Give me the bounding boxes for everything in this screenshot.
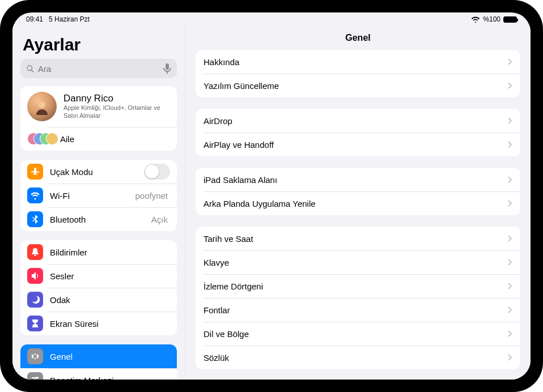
chevron-right-icon [508,354,512,361]
status-left: 09:41 5 Haziran Pzt [26,15,90,23]
search-input[interactable] [35,64,163,74]
memoji-icon [33,98,50,115]
system-card: Genel Denetim Merkezi [20,344,177,380]
row-software-update[interactable]: Yazılım Güncelleme [196,74,520,97]
gear-icon [27,348,43,364]
chevron-right-icon [508,58,512,65]
sidebar-item-airplane[interactable]: Uçak Modu [20,160,177,184]
detail-scroll[interactable]: Hakkında Yazılım Güncelleme AirDrop [185,50,531,380]
avatar [27,92,57,121]
profile-name: Danny Rico [63,93,170,104]
moon-icon [27,292,43,308]
row-language-region[interactable]: Dil ve Bölge [196,322,520,346]
row-airplay-handoff[interactable]: AirPlay ve Handoff [196,133,520,156]
group-storage: iPad Saklama Alanı Arka Planda Uygulama … [196,168,520,215]
sidebar-item-sounds[interactable]: Sesler [20,264,177,288]
chevron-right-icon [508,259,512,266]
row-date-time[interactable]: Tarih ve Saat [196,227,520,250]
sidebar-item-focus[interactable]: Odak [20,288,177,312]
group-airdrop: AirDrop AirPlay ve Handoff [196,109,520,156]
chevron-right-icon [508,306,512,313]
hourglass-icon [27,316,43,331]
row-trackpad[interactable]: İzleme Dörtgeni [196,274,520,298]
mic-icon[interactable] [163,63,171,74]
detail-title: Genel [185,25,531,50]
battery-text: %100 [483,15,500,23]
chevron-right-icon [508,235,512,242]
settings-sidebar[interactable]: Ayarlar Danny Rico Apple Kimliği, iC [12,25,185,380]
airplane-toggle[interactable] [144,164,170,180]
row-background-refresh[interactable]: Arka Planda Uygulama Yenile [196,191,520,215]
chevron-right-icon [508,141,512,148]
wifi-settings-icon [27,188,43,203]
status-bar: 09:41 5 Haziran Pzt %100 [12,12,531,25]
profile-card: Danny Rico Apple Kimliği, iCloud+, Ortam… [20,86,177,151]
sidebar-item-appleid[interactable]: Danny Rico Apple Kimliği, iCloud+, Ortam… [20,86,177,127]
search-icon [26,65,35,73]
sidebar-item-bluetooth[interactable]: Bluetooth Açık [20,207,177,231]
bluetooth-value: Açık [151,215,168,224]
bell-icon [27,244,43,260]
sidebar-item-wifi[interactable]: Wi-Fi poofynet [20,184,177,207]
family-label: Aile [60,134,170,144]
airplane-icon [27,164,43,180]
sidebar-item-screentime[interactable]: Ekran Süresi [20,312,177,335]
chevron-right-icon [508,117,512,124]
alerts-card: Bildirimler Sesler Odak [20,240,177,335]
svg-point-0 [39,101,45,108]
profile-subtitle: Apple Kimliği, iCloud+, Ortamlar ve Satı… [63,104,170,120]
screen: 09:41 5 Haziran Pzt %100 Ayarlar [12,12,531,380]
chevron-right-icon [508,200,512,207]
status-right: %100 [471,15,517,23]
chevron-right-icon [508,283,512,289]
sidebar-item-notifications[interactable]: Bildirimler [20,240,177,264]
sidebar-item-controlcenter[interactable]: Denetim Merkezi [20,368,177,380]
connectivity-card: Uçak Modu Wi-Fi poofynet [20,160,177,231]
row-about[interactable]: Hakkında [196,50,520,74]
row-dictionary[interactable]: Sözlük [196,346,520,369]
group-input: Tarih ve Saat Klavye İzleme Dörtgeni [196,227,520,369]
sidebar-item-general[interactable]: Genel [20,344,177,368]
battery-icon [503,16,517,23]
content-split: Ayarlar Danny Rico Apple Kimliği, iC [12,25,531,380]
chevron-right-icon [508,330,512,337]
detail-pane: Genel Hakkında Yazılım Güncelleme [185,25,531,380]
row-ipad-storage[interactable]: iPad Saklama Alanı [196,168,520,191]
chevron-right-icon [508,176,512,183]
svg-point-1 [36,377,38,379]
status-date: 5 Haziran Pzt [49,15,90,23]
sliders-icon [27,372,43,380]
sidebar-item-family[interactable]: Aile [20,127,177,151]
wifi-value: poofynet [135,191,168,201]
group-about: Hakkında Yazılım Güncelleme [196,50,520,97]
chevron-right-icon [508,82,512,89]
speaker-icon [27,268,43,284]
svg-point-2 [33,379,36,380]
ipad-device-frame: 09:41 5 Haziran Pzt %100 Ayarlar [0,0,543,392]
search-field[interactable] [20,59,177,78]
row-airdrop[interactable]: AirDrop [196,109,520,133]
status-time: 09:41 [26,15,43,23]
wifi-icon [471,16,480,23]
row-keyboard[interactable]: Klavye [196,250,520,274]
page-title: Ayarlar [23,35,175,54]
row-fonts[interactable]: Fontlar [196,298,520,322]
bluetooth-icon [27,211,43,227]
family-avatars [27,131,54,146]
